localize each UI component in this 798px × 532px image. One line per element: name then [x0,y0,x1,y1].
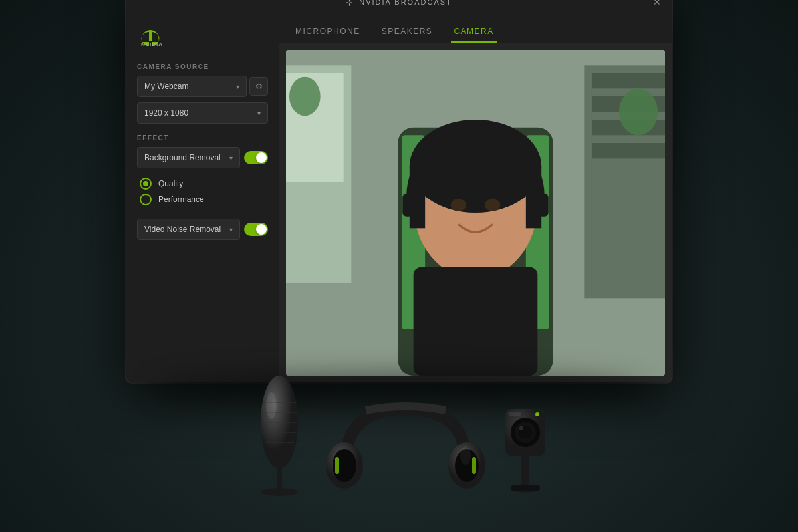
svg-point-10 [289,77,321,116]
camera-settings-button[interactable]: ⚙ [249,77,268,96]
camera-source-value: My Webcam [144,82,188,91]
quality-radio-inner [143,181,148,186]
effect1-dropdown-arrow: ▾ [229,154,233,162]
svg-rect-48 [508,412,521,416]
tabs-bar: MICROPHONE SPEAKERS CAMERA [279,14,672,43]
tab-camera[interactable]: CAMERA [451,21,496,43]
performance-radio-outer [140,194,152,205]
quality-radio-item[interactable]: Quality [140,178,268,190]
svg-rect-19 [535,194,549,217]
effect2-row: Video Noise Removal ▾ [137,219,268,240]
app-title-text: NVIDIA BROADCAST [359,0,452,6]
svg-rect-8 [592,143,665,158]
effect2-value: Video Noise Removal [144,225,221,234]
effect1-dropdown[interactable]: Background Removal ▾ [137,147,240,168]
svg-rect-5 [592,73,665,88]
svg-point-43 [519,426,523,430]
resolution-dropdown-arrow: ▾ [257,110,261,117]
effect2-toggle[interactable] [244,223,268,236]
svg-point-15 [410,120,541,213]
sidebar: NVIDIA CAMERA SOURCE My Webcam ▾ ⚙ [126,14,279,382]
svg-rect-37 [472,457,476,474]
effect1-toggle[interactable] [244,151,268,164]
svg-point-22 [485,199,500,211]
quality-radio-group: Quality Performance [137,174,268,216]
camera-source-row: My Webcam ▾ ⚙ [137,76,268,97]
camera-source-dropdown[interactable]: My Webcam ▾ [137,76,247,97]
title-bar: ⊹ NVIDIA BROADCAST — ✕ [126,0,672,14]
svg-rect-18 [402,194,416,217]
performance-radio-item[interactable]: Performance [140,194,268,205]
small-camera-decoration [499,402,552,502]
effect1-value: Background Removal [144,153,221,162]
svg-point-21 [451,199,466,211]
effect1-row: Background Removal ▾ [137,147,268,168]
minimize-button[interactable]: — [632,0,645,9]
svg-rect-45 [521,454,529,487]
effect-label: EFFECT [137,134,268,142]
tab-microphone[interactable]: MICROPHONE [293,21,363,43]
svg-point-38 [460,446,471,465]
svg-point-9 [619,88,658,135]
resolution-value: 1920 x 1080 [144,108,188,118]
nvidia-logo: NVIDIA [137,25,268,50]
tab-speakers[interactable]: SPEAKERS [379,21,436,43]
effect2-dropdown-arrow: ▾ [229,226,233,233]
svg-point-31 [266,392,277,419]
svg-rect-29 [277,467,282,491]
cursor-icon: ⊹ [346,0,354,7]
app-content: NVIDIA CAMERA SOURCE My Webcam ▾ ⚙ [126,14,672,382]
quality-radio-label: Quality [158,179,183,188]
window-controls: — ✕ [632,0,664,9]
resolution-dropdown[interactable]: 1920 x 1080 ▾ [137,102,268,124]
app-title: ⊹ NVIDIA BROADCAST [346,0,452,7]
svg-text:NVIDIA: NVIDIA [141,41,163,47]
svg-point-44 [535,412,539,416]
camera-video-feed [286,50,665,376]
camera-dropdown-arrow: ▾ [236,83,239,90]
svg-rect-47 [511,485,540,491]
camera-panel: MICROPHONE SPEAKERS CAMERA [279,14,672,382]
effect2-dropdown[interactable]: Video Noise Removal ▾ [137,219,240,240]
quality-radio-outer [140,178,152,190]
nvidia-logo-icon: NVIDIA [137,27,165,47]
close-button[interactable]: ✕ [650,0,664,9]
video-scene-svg [286,50,665,376]
settings-icon: ⚙ [255,82,263,91]
headset-decoration [326,396,485,495]
performance-radio-label: Performance [158,195,204,204]
svg-rect-36 [335,457,339,474]
video-background [286,50,665,376]
microphone-decoration [246,369,313,502]
accessories-row [100,356,698,502]
svg-point-30 [261,488,298,496]
monitor-frame: ⊹ NVIDIA BROADCAST — ✕ [126,0,672,382]
camera-source-label: CAMERA SOURCE [137,63,268,70]
